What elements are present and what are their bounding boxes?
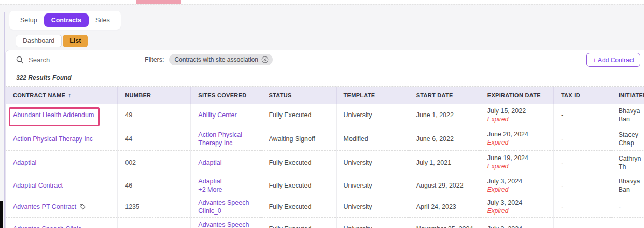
cell-template: University: [336, 218, 409, 228]
sort-ascending-icon: ↑: [68, 92, 71, 99]
cell-template: University: [336, 104, 409, 127]
expiration-date-text: June 19, 2024: [487, 154, 549, 162]
cell-start-date: June 1, 2022: [409, 104, 480, 127]
contract-name-link[interactable]: Advantes PT Contract: [13, 203, 76, 210]
cell-initiated-by-text: Bhavya Ban: [619, 107, 640, 123]
cell-initiated-by: -: [611, 196, 644, 217]
cell-template-text: University: [344, 182, 372, 189]
contract-name-link[interactable]: Advantes Speech Clinic: [13, 225, 81, 228]
column-header-tax-id[interactable]: TAX ID: [553, 87, 611, 104]
cell-status: Fully Executed: [261, 150, 336, 175]
cell-start-date: November 25, 2004: [409, 218, 480, 228]
column-header-initiated-by[interactable]: INITIATED BY: [611, 87, 644, 104]
column-header-start-date[interactable]: START DATE: [409, 87, 480, 104]
contract-name-link[interactable]: Adaptial Contract: [13, 182, 63, 189]
cell-number: 49: [118, 104, 191, 127]
column-header-sites-covered[interactable]: SITES COVERED: [191, 87, 261, 104]
more-sites-link[interactable]: +2 More: [198, 186, 257, 194]
site-link[interactable]: Adaptial: [198, 177, 257, 186]
cell-tax-id: -: [553, 127, 611, 150]
site-link[interactable]: Action Physical Therapy Inc: [198, 131, 257, 147]
contract-number: 46: [125, 182, 132, 189]
expiration-date-text: June 20, 2024: [487, 130, 549, 138]
site-link[interactable]: Advantes Speech Clinic_0: [198, 198, 257, 215]
search-input[interactable]: Search: [6, 50, 135, 69]
expiration-date-text: July 3, 2024: [487, 177, 549, 186]
cell-template-text: University: [344, 225, 372, 228]
cell-initiated-by-text: -: [619, 225, 621, 228]
cell-status-text: Fully Executed: [269, 182, 311, 189]
cell-number: 46: [118, 175, 191, 196]
column-header-contract-name[interactable]: CONTRACT NAME↑: [6, 87, 118, 104]
table-row: Action Physical Therapy Inc44Action Phys…: [6, 127, 644, 150]
cell-start-date-text: August 29, 2022: [416, 182, 464, 189]
cell-start-date: June 6, 2022: [409, 127, 480, 150]
cell-status-text: Awaiting Signoff: [269, 135, 315, 142]
tag-icon: [79, 203, 86, 210]
table-toolbar: Search Filters: Contracts with site asso…: [6, 50, 644, 69]
column-header-template[interactable]: TEMPLATE: [336, 87, 409, 104]
expiration-date-text: July 3, 2024: [487, 225, 549, 228]
remove-filter-icon[interactable]: [261, 56, 269, 63]
cell-expiration-date: June 19, 2024Expired: [480, 150, 553, 175]
cell-initiated-by-text: Cathryn Th: [619, 155, 641, 170]
cell-start-date-text: June 6, 2022: [416, 135, 454, 142]
cell-tax-id: -: [553, 196, 611, 217]
column-header-number[interactable]: NUMBER: [118, 87, 191, 104]
toggle-dashboard-button[interactable]: Dashboard: [16, 35, 62, 47]
cell-number: 44: [118, 127, 191, 150]
tab-contracts[interactable]: Contracts: [44, 13, 89, 27]
search-placeholder-text: Search: [29, 56, 50, 64]
contract-name-link[interactable]: Abundant Health Addendum: [13, 111, 94, 119]
cell-sites-covered: Adaptial+2 More: [191, 175, 261, 196]
cell-start-date-text: June 1, 2022: [416, 111, 454, 119]
add-contract-button[interactable]: + Add Contract: [586, 53, 640, 67]
cell-number: -: [118, 218, 191, 228]
tab-setup[interactable]: Setup: [16, 13, 42, 27]
cell-template: Modified: [336, 127, 409, 150]
filter-chip[interactable]: Contracts with site association: [169, 54, 273, 65]
filters-area: Filters: Contracts with site association: [135, 50, 273, 69]
cell-tax-id: -: [553, 175, 611, 196]
table-row: Abundant Health Addendum49Ability Center…: [6, 104, 644, 127]
toggle-list-button[interactable]: List: [63, 35, 88, 47]
site-link[interactable]: Adaptial: [198, 159, 257, 167]
tab-sites[interactable]: Sites: [91, 13, 115, 27]
cell-start-date: July 1, 2021: [409, 150, 480, 175]
cell-template-text: University: [344, 111, 372, 119]
table-header-row: CONTRACT NAME↑NUMBERSITES COVEREDSTATUST…: [6, 87, 644, 104]
contract-number: 002: [125, 159, 136, 166]
site-link[interactable]: Ability Center: [198, 111, 257, 119]
cell-contract-name: Adaptial: [6, 150, 118, 175]
cell-template-text: Modified: [344, 135, 368, 142]
cell-template-text: University: [344, 203, 372, 210]
cell-expiration-date: July 3, 2024: [480, 218, 553, 228]
column-header-status[interactable]: STATUS: [261, 87, 336, 104]
contract-name-link[interactable]: Adaptial: [13, 159, 36, 166]
cell-tax-id-text: -: [561, 182, 563, 189]
cell-initiated-by-text: Stacey Chap: [619, 131, 638, 147]
contract-name-link[interactable]: Action Physical Therapy Inc: [13, 135, 93, 142]
table-row: Adaptial002AdaptialFully ExecutedUnivers…: [6, 150, 644, 175]
cell-initiated-by: Cathryn Th: [611, 150, 644, 175]
cell-tax-id-text: -: [561, 225, 563, 228]
results-summary-row: 322 Results Found: [6, 69, 644, 87]
cell-tax-id-text: -: [561, 135, 563, 142]
cell-status: Fully Executed: [261, 104, 336, 127]
cell-expiration-date: July 3, 2024Expired: [480, 196, 553, 217]
site-link[interactable]: Advantes Speech Clinic: [198, 221, 257, 228]
cell-status-text: Fully Executed: [269, 225, 311, 228]
cell-tax-id-text: -: [561, 111, 563, 119]
cell-template-text: University: [344, 159, 372, 166]
cell-status-text: Fully Executed: [269, 111, 311, 119]
results-count-text: 322 Results Found: [16, 74, 72, 81]
column-header-expiration-date[interactable]: EXPIRATION DATE: [480, 87, 553, 104]
cell-initiated-by: -: [611, 218, 644, 228]
cell-expiration-date: July 3, 2024Expired: [480, 175, 553, 196]
contracts-table: CONTRACT NAME↑NUMBERSITES COVEREDSTATUST…: [6, 87, 644, 228]
cell-template: University: [336, 175, 409, 196]
view-toggle: Dashboard List: [16, 35, 88, 47]
expired-badge: Expired: [487, 163, 549, 170]
expired-badge: Expired: [487, 207, 549, 215]
cell-sites-covered: Action Physical Therapy Inc: [191, 127, 261, 150]
